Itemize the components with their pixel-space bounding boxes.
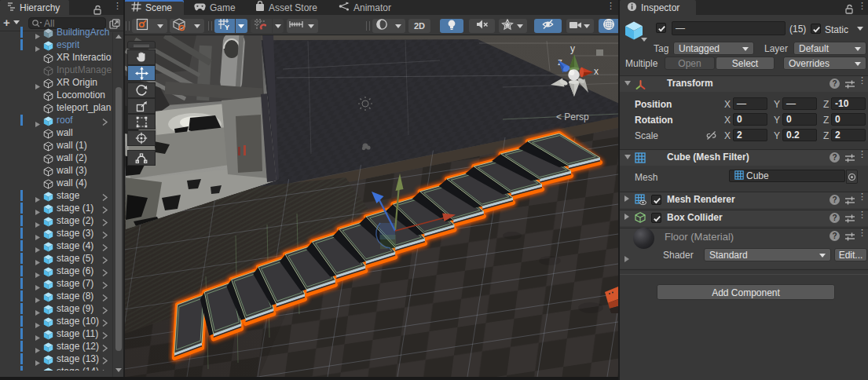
svg-text:y: y xyxy=(570,43,575,54)
svg-text:x: x xyxy=(594,66,599,77)
svg-text:< Persp: < Persp xyxy=(556,111,589,122)
svg-text:Y: Y xyxy=(225,24,229,31)
